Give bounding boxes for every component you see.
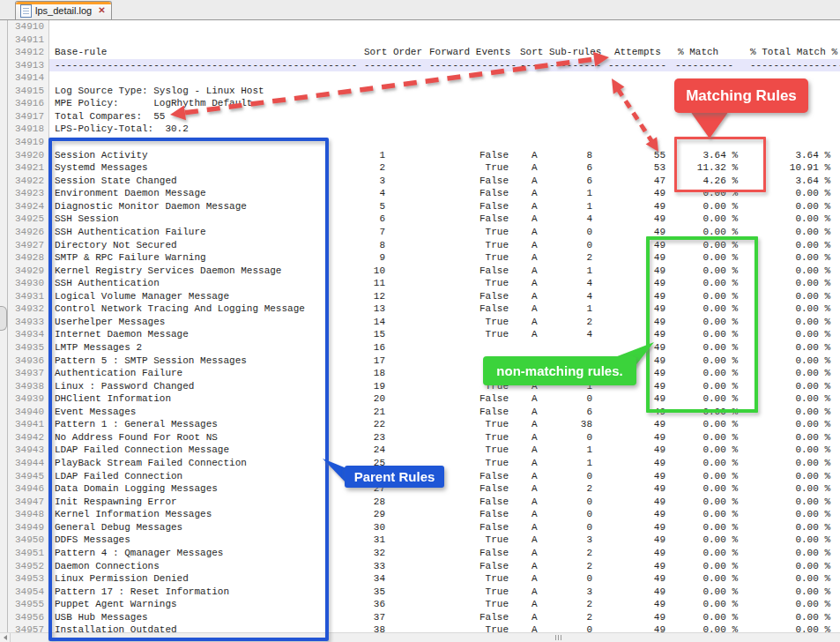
cell-match: 0.00 % (667, 572, 738, 586)
cell-fwd: False (447, 482, 509, 496)
line-number: 34934 (15, 328, 44, 341)
notepad-window: { "window": { "tab": { "title": "lps_det… (0, 0, 840, 642)
line-number: 34935 (15, 341, 44, 355)
cell-total: 0.00 % (760, 380, 830, 393)
cell-srt: A (532, 149, 549, 162)
line-number: 34954 (15, 586, 44, 599)
line-number: 34947 (15, 496, 44, 509)
line-number: 34930 (15, 277, 44, 290)
cell-sub: 2 (548, 251, 592, 265)
cell-fwd: False (447, 200, 509, 213)
tab-close-icon[interactable]: ✕ (98, 6, 105, 15)
cell-srt: A (532, 302, 549, 316)
cell-match: 0.00 % (667, 418, 738, 431)
cell-srt: A (532, 572, 549, 586)
line-number: 34914 (15, 71, 44, 85)
line-number: 34929 (15, 265, 44, 278)
cell-total: 3.64 % (760, 175, 830, 188)
line-number: 34944 (15, 457, 44, 470)
cell-att: 55 (621, 149, 665, 162)
cell-total: 0.00 % (760, 316, 830, 329)
cell-sort: 4 (341, 187, 385, 200)
line-number: 34943 (15, 444, 44, 457)
cell-total: 0.00 % (760, 611, 830, 624)
matching-rules-callout: Matching Rules (674, 78, 808, 113)
document-icon (20, 4, 32, 18)
cell-sort: 32 (341, 547, 385, 560)
cell-total: 0.00 % (760, 239, 830, 252)
cell-sub: 6 (548, 161, 592, 175)
cell-total: 0.00 % (760, 328, 830, 341)
separator-dashes: ---- (520, 59, 543, 72)
cell-match: 0.00 % (667, 431, 738, 444)
cell-fwd: False (447, 302, 509, 316)
cell-total: 0.00 % (760, 341, 830, 355)
cell-total: 0.00 % (760, 547, 830, 560)
cell-total: 0.00 % (760, 598, 830, 611)
line-number: 34917 (15, 110, 44, 123)
cell-sort: 19 (341, 380, 385, 393)
cell-sub: 2 (548, 611, 592, 624)
parent-rules-callout: Parent Rules (345, 466, 444, 488)
cell-sub: 0 (548, 508, 592, 521)
table-header-row: Base-ruleSort OrderForward EventsSortSub… (49, 46, 840, 59)
line-number: 34951 (15, 547, 44, 560)
cell-sub: 6 (548, 175, 592, 188)
cell-fwd: False (447, 175, 509, 188)
cell-sub: 1 (548, 457, 592, 470)
column-header: % Total Match % (750, 46, 837, 59)
splitter-handle-icon[interactable] (0, 306, 7, 331)
scrollbar-thumb-grip-icon[interactable] (552, 635, 564, 640)
cell-sub: 6 (548, 406, 592, 419)
cell-total: 3.64 % (760, 149, 830, 162)
cell-fwd: True (447, 161, 509, 175)
tab-lps-detail-log[interactable]: lps_detail.log ✕ (15, 1, 112, 19)
cell-srt: A (532, 521, 549, 534)
scroll-left-button[interactable] (0, 633, 11, 642)
cell-fwd: True (447, 572, 509, 586)
info-text: Total Compares: 55 (55, 110, 165, 123)
cell-sub: 2 (548, 598, 592, 611)
cell-fwd: False (447, 406, 509, 419)
cell-total: 10.91 % (760, 161, 830, 175)
left-splitter[interactable] (0, 19, 8, 642)
line-number: 34955 (15, 598, 44, 611)
cell-total: 0.00 % (760, 586, 830, 599)
line-number: 34913 (15, 59, 44, 72)
cell-fwd: True (447, 418, 509, 431)
cell-att: 49 (621, 457, 665, 470)
cell-srt: A (532, 431, 549, 444)
cell-match: 0.00 % (667, 444, 738, 457)
cell-total: 0.00 % (760, 265, 830, 278)
cell-sort: 6 (341, 213, 385, 226)
cell-sort: 30 (341, 521, 385, 534)
cell-att: 49 (621, 560, 665, 573)
parent-rules-box (48, 138, 329, 641)
column-header: Forward Events (429, 46, 510, 59)
cell-srt: A (532, 251, 549, 265)
separator-dashes: ----------------------------------------… (55, 59, 357, 72)
cell-sub: 1 (548, 200, 592, 213)
non-matching-rules-box (646, 236, 758, 413)
line-number: 34927 (15, 239, 44, 252)
cell-match: 0.00 % (667, 521, 738, 534)
line-number: 34919 (15, 136, 44, 149)
line-number: 34918 (15, 123, 44, 136)
cell-srt: A (532, 290, 549, 303)
cell-fwd: False (447, 508, 509, 521)
cell-sort: 7 (341, 226, 385, 239)
info-text: Log Source Type: Syslog - Linux Host (55, 85, 264, 98)
line-number: 34916 (15, 97, 44, 110)
line-number: 34956 (15, 611, 44, 624)
cell-total: 0.00 % (760, 187, 830, 200)
cell-sort: 5 (341, 200, 385, 213)
separator-dashes: ---------- (364, 59, 422, 72)
cell-srt: A (532, 226, 549, 239)
cell-srt: A (532, 175, 549, 188)
cell-srt: A (532, 239, 549, 252)
cell-fwd: True (447, 239, 509, 252)
cell-srt: A (532, 418, 549, 431)
cell-fwd: True (447, 328, 509, 341)
cell-sub: 1 (548, 265, 592, 278)
line-number: 34924 (15, 200, 44, 213)
